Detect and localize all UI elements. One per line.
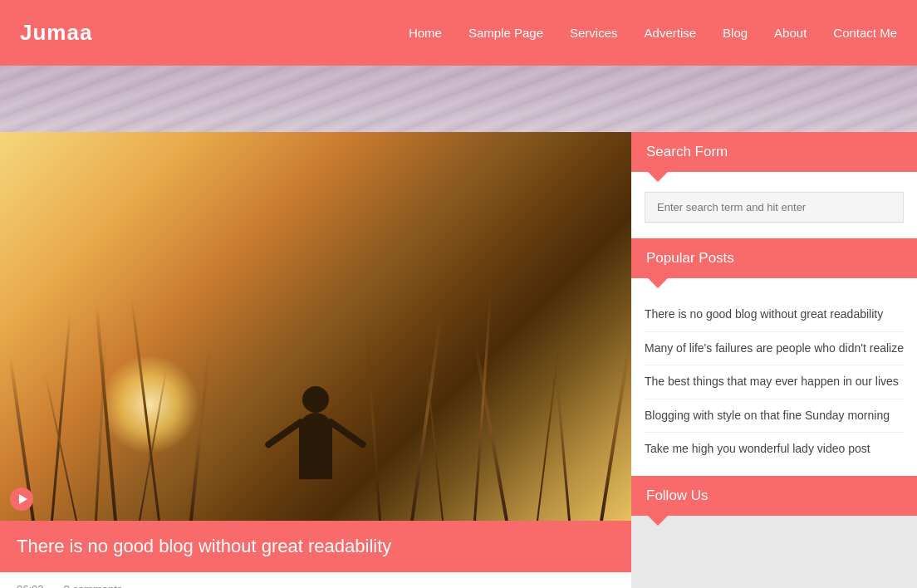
search-form-section: Search Form: [631, 132, 917, 238]
popular-posts-section: Popular Posts There is no good blog with…: [631, 238, 917, 476]
post-comments: 0 comments: [64, 583, 123, 588]
nav-services[interactable]: Services: [570, 26, 618, 40]
search-form-title: Search Form: [646, 144, 902, 160]
nav-advertise[interactable]: Advertise: [645, 26, 697, 40]
main-layout: There is no good blog without great read…: [0, 132, 917, 588]
follow-us-title: Follow Us: [646, 488, 902, 504]
featured-image-wrapper: [0, 132, 631, 521]
featured-image: [0, 132, 631, 521]
post-title-bar: There is no good blog without great read…: [0, 521, 631, 572]
follow-us-arrow: [648, 516, 668, 526]
search-form-header: Search Form: [631, 132, 917, 172]
main-nav: Home Sample Page Services Advertise Blog…: [409, 26, 897, 40]
nav-contact[interactable]: Contact Me: [833, 26, 897, 40]
nav-about[interactable]: About: [774, 26, 807, 40]
sidebar: Search Form Popular Posts There is no go…: [631, 132, 917, 516]
post-meta: 06:03 0 comments: [0, 572, 631, 588]
search-form-arrow: [648, 172, 668, 182]
popular-post-item[interactable]: The best things that may ever happen in …: [645, 365, 904, 399]
popular-posts-title: Popular Posts: [646, 250, 902, 267]
search-form-body: [631, 172, 917, 238]
popular-post-item[interactable]: Blogging with style on that fine Sunday …: [645, 399, 904, 434]
nav-sample-page[interactable]: Sample Page: [468, 26, 543, 40]
content-area: There is no good blog without great read…: [0, 132, 631, 588]
follow-us-section: Follow Us: [631, 476, 917, 516]
popular-post-item[interactable]: Many of life's failures are people who d…: [645, 332, 904, 366]
header: Jumaa Home Sample Page Services Advertis…: [0, 0, 917, 66]
popular-posts-body: There is no good blog without great read…: [631, 278, 917, 476]
logo[interactable]: Jumaa: [20, 20, 92, 46]
popular-post-item[interactable]: There is no good blog without great read…: [645, 298, 904, 332]
nav-home[interactable]: Home: [409, 26, 442, 40]
search-input[interactable]: [645, 192, 904, 223]
hero-strip: [0, 66, 917, 132]
nav-blog[interactable]: Blog: [723, 26, 748, 40]
popular-posts-header: Popular Posts: [631, 238, 917, 278]
person-figure: [299, 386, 332, 479]
play-button[interactable]: [10, 488, 33, 511]
popular-posts-arrow: [648, 278, 668, 288]
post-time: 06:03: [17, 583, 44, 588]
post-title: There is no good blog without great read…: [17, 536, 615, 557]
popular-post-item[interactable]: Take me high you wonderful lady video po…: [645, 433, 904, 466]
